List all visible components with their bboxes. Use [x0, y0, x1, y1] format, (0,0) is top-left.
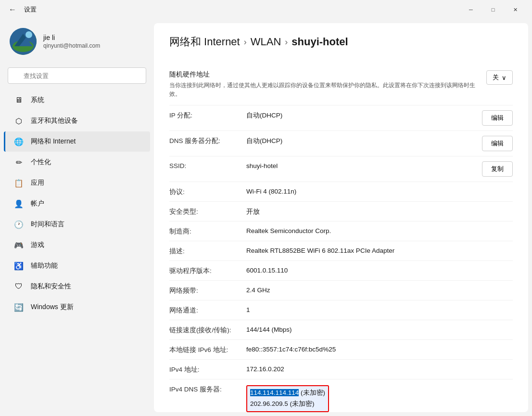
dns-value: 114.114.114.114 (未加密) 202.96.209.5 (未加密) — [246, 384, 513, 412]
info-label-ssid: SSID: — [169, 161, 246, 169]
info-value-description: Realtek RTL8852BE WiFi 6 802.11ax PCIe A… — [246, 246, 513, 254]
info-row-ipv4-dns: IPv4 DNS 服务器: 114.114.114.114 (未加密) 202.… — [169, 379, 513, 412]
svg-point-4 — [25, 31, 32, 38]
title-bar-title: 设置 — [24, 5, 37, 14]
info-label-manufacturer: 制造商: — [169, 226, 246, 236]
sidebar-item-personalization[interactable]: ✏ 个性化 — [4, 152, 150, 172]
info-label-dns-assign: DNS 服务器分配: — [169, 136, 246, 145]
nav-label-apps: 应用 — [31, 179, 44, 187]
sidebar-item-network[interactable]: 🌐 网络和 Internet — [4, 131, 150, 152]
nav-icon-gaming: 🎮 — [13, 240, 24, 250]
dns-primary-suffix: (未加密) — [299, 389, 325, 396]
dns-secondary-ip: 202.96.209.5 — [250, 400, 288, 407]
nav-icon-bluetooth: ⬡ — [13, 116, 24, 126]
chevron-down-icon: ∨ — [502, 74, 507, 81]
nav-label-personalization: 个性化 — [31, 158, 51, 167]
search-box-wrapper: 🔍 — [0, 64, 154, 90]
sidebar-item-gaming[interactable]: 🎮 游戏 — [4, 235, 150, 255]
search-wrapper: 🔍 — [8, 67, 146, 84]
sidebar-item-bluetooth[interactable]: ⬡ 蓝牙和其他设备 — [4, 111, 150, 131]
info-label-ipv6-link: 本地链接 IPv6 地址: — [169, 345, 246, 354]
info-row-link-speed: 链接速度(接收/传输): 144/144 (Mbps) — [169, 320, 513, 340]
sidebar-item-system[interactable]: 🖥 系统 — [4, 90, 150, 110]
dns-primary: 114.114.114.114 (未加密) — [250, 388, 325, 399]
nav-icon-personalization: ✏ — [13, 157, 24, 168]
random-mac-title: 随机硬件地址 — [169, 70, 481, 79]
info-label-security: 安全类型: — [169, 207, 246, 216]
maximize-button[interactable]: □ — [482, 2, 504, 17]
breadcrumb-part1: 网络和 Internet — [169, 35, 240, 49]
minimize-button[interactable]: ─ — [460, 2, 482, 17]
info-section: IP 分配: 自动(DHCP) 编辑 DNS 服务器分配: 自动(DHCP) 编… — [169, 105, 513, 412]
user-info: jie li qinyunti@hotmail.com — [43, 34, 100, 49]
sidebar-item-windows-update[interactable]: 🔄 Windows 更新 — [4, 297, 150, 317]
info-label-driver-version: 驱动程序版本: — [169, 266, 246, 275]
main-layout: jie li qinyunti@hotmail.com 🔍 🖥 系统 ⬡ 蓝牙和… — [0, 19, 532, 416]
info-row-ip-assign: IP 分配: 自动(DHCP) 编辑 — [169, 105, 513, 131]
info-label-link-speed: 链接速度(接收/传输): — [169, 325, 246, 335]
info-value-driver-version: 6001.0.15.110 — [246, 266, 513, 274]
title-bar: ← 设置 ─ □ ✕ — [0, 0, 532, 19]
info-value-manufacturer: Realtek Semiconductor Corp. — [246, 226, 513, 234]
nav-icon-accounts: 👤 — [13, 198, 24, 209]
info-row-ipv4: IPv4 地址: 172.16.0.202 — [169, 360, 513, 379]
sidebar-item-time[interactable]: 🕐 时间和语言 — [4, 214, 150, 234]
action-btn-ssid[interactable]: 复制 — [482, 161, 513, 177]
info-value-security: 开放 — [246, 207, 513, 216]
random-mac-section: 随机硬件地址 当你连接到此网络时，通过使其他人更难以跟踪你的设备位置来帮助保护你… — [169, 63, 513, 105]
random-mac-toggle-label: 关 — [493, 73, 499, 82]
info-label-ipv4-dns: IPv4 DNS 服务器: — [169, 384, 246, 394]
info-row-description: 描述: Realtek RTL8852BE WiFi 6 802.11ax PC… — [169, 241, 513, 261]
nav-icon-system: 🖥 — [13, 95, 24, 105]
sidebar-nav: 🖥 系统 ⬡ 蓝牙和其他设备 🌐 网络和 Internet ✏ 个性化 📋 应用… — [0, 90, 154, 318]
info-value-ssid: shuyi-hotel — [246, 161, 482, 169]
nav-label-accounts: 帐户 — [31, 199, 44, 208]
info-label-protocol: 协议: — [169, 187, 246, 196]
action-ip-assign: 编辑 — [482, 110, 513, 126]
sidebar-item-accounts[interactable]: 👤 帐户 — [4, 194, 150, 214]
info-value-dns-assign: 自动(DHCP) — [246, 136, 482, 145]
nav-icon-time: 🕐 — [13, 219, 24, 230]
close-button[interactable]: ✕ — [504, 2, 526, 17]
info-value-ipv4: 172.16.0.202 — [246, 364, 513, 373]
avatar — [10, 28, 37, 55]
info-value-ipv6-link: fe80::3557:1c74:c76f:bc5d%25 — [246, 345, 513, 353]
info-row-ssid: SSID: shuyi-hotel 复制 — [169, 156, 513, 182]
user-name: jie li — [43, 34, 100, 41]
dns-secondary: 202.96.209.5 (未加密) — [250, 399, 325, 410]
random-mac-dropdown[interactable]: 关 ∨ — [486, 70, 513, 85]
content-area: 网络和 Internet › WLAN › shuyi-hotel 随机硬件地址… — [154, 23, 528, 412]
nav-label-windows-update: Windows 更新 — [31, 303, 74, 312]
title-bar-controls: ─ □ ✕ — [460, 2, 526, 17]
dns-secondary-suffix: (未加密) — [288, 400, 315, 407]
title-bar-left: ← 设置 — [6, 4, 37, 15]
nav-icon-apps: 📋 — [13, 178, 24, 188]
info-row-security: 安全类型: 开放 — [169, 202, 513, 221]
dns-highlight-box: 114.114.114.114 (未加密) 202.96.209.5 (未加密) — [246, 385, 329, 412]
info-value-ip-assign: 自动(DHCP) — [246, 110, 482, 120]
action-btn-ip-assign[interactable]: 编辑 — [482, 110, 513, 126]
sidebar-item-apps[interactable]: 📋 应用 — [4, 173, 150, 193]
action-btn-dns-assign[interactable]: 编辑 — [482, 136, 513, 151]
random-mac-text: 随机硬件地址 当你连接到此网络时，通过使其他人更难以跟踪你的设备位置来帮助保护你… — [169, 70, 481, 98]
nav-label-privacy: 隐私和安全性 — [31, 282, 71, 291]
nav-icon-network: 🌐 — [13, 136, 24, 147]
nav-icon-windows-update: 🔄 — [13, 302, 24, 312]
info-label-net-channel: 网络通道: — [169, 305, 246, 315]
search-input[interactable] — [8, 67, 146, 84]
random-mac-desc: 当你连接到此网络时，通过使其他人更难以跟踪你的设备位置来帮助保护你的隐私。此设置… — [169, 81, 481, 98]
nav-label-network: 网络和 Internet — [31, 137, 76, 146]
breadcrumb-sep1: › — [244, 37, 247, 47]
info-row-driver-version: 驱动程序版本: 6001.0.15.110 — [169, 261, 513, 281]
back-button[interactable]: ← — [6, 4, 19, 15]
info-row-manufacturer: 制造商: Realtek Semiconductor Corp. — [169, 221, 513, 241]
action-dns-assign: 编辑 — [482, 136, 513, 151]
sidebar-item-accessibility[interactable]: ♿ 辅助功能 — [4, 256, 150, 276]
sidebar-item-privacy[interactable]: 🛡 隐私和安全性 — [4, 276, 150, 297]
user-email: qinyunti@hotmail.com — [43, 42, 100, 49]
dns-primary-ip: 114.114.114.114 — [250, 389, 299, 396]
nav-icon-accessibility: ♿ — [13, 260, 24, 271]
breadcrumb-sep2: › — [285, 37, 288, 47]
info-row-net-channel: 网络通道: 1 — [169, 300, 513, 320]
breadcrumb-part3: shuyi-hotel — [291, 36, 348, 48]
